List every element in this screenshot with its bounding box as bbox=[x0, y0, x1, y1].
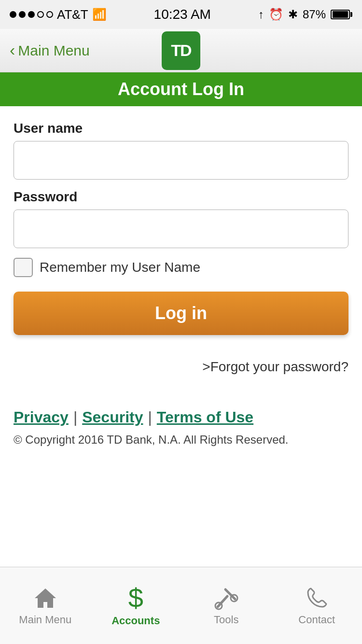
security-link[interactable]: Security bbox=[82, 408, 143, 426]
status-time: 10:23 AM bbox=[154, 7, 211, 22]
footer-links: Privacy | Security | Terms of Use © Copy… bbox=[0, 389, 362, 451]
password-input[interactable] bbox=[14, 210, 348, 248]
location-icon: ↑ bbox=[258, 8, 264, 21]
tab-main-menu-label: Main Menu bbox=[19, 614, 71, 626]
remember-checkbox[interactable] bbox=[14, 258, 33, 277]
terms-link[interactable]: Terms of Use bbox=[157, 408, 253, 426]
nav-bar: ‹ Main Menu TD bbox=[0, 29, 362, 72]
status-right: ↑ ⏰ ✱ 87% bbox=[258, 8, 352, 21]
login-form: User name Password Remember my User Name… bbox=[0, 106, 362, 345]
tools-icon bbox=[214, 586, 239, 611]
forgot-password-link[interactable]: >Forgot your password? bbox=[202, 359, 348, 374]
tab-accounts-label: Accounts bbox=[111, 615, 160, 627]
username-label: User name bbox=[14, 121, 348, 136]
dot-5 bbox=[46, 11, 53, 18]
header-banner: Account Log In bbox=[0, 72, 362, 106]
dot-2 bbox=[19, 11, 26, 18]
copyright-text: © Copyright 2016 TD Bank, N.A. All Right… bbox=[14, 433, 348, 447]
wifi-icon: 📶 bbox=[92, 8, 107, 21]
tab-tools-label: Tools bbox=[214, 614, 238, 626]
status-left: AT&T 📶 bbox=[10, 7, 107, 22]
signal-dots bbox=[10, 11, 53, 18]
login-button[interactable]: Log in bbox=[14, 292, 348, 335]
battery-percent: 87% bbox=[303, 8, 326, 21]
back-chevron-icon: ‹ bbox=[10, 41, 15, 59]
phone-icon bbox=[304, 586, 329, 611]
tab-tools[interactable]: Tools bbox=[181, 567, 272, 644]
td-logo: TD bbox=[162, 31, 200, 70]
status-bar: AT&T 📶 10:23 AM ↑ ⏰ ✱ 87% bbox=[0, 0, 362, 29]
back-label: Main Menu bbox=[18, 42, 89, 59]
alarm-icon: ⏰ bbox=[269, 8, 283, 21]
username-input[interactable] bbox=[14, 141, 348, 180]
dollar-icon: $ bbox=[128, 585, 143, 612]
separator-1: | bbox=[73, 408, 77, 426]
home-icon bbox=[33, 586, 58, 611]
dot-4 bbox=[37, 11, 44, 18]
dot-1 bbox=[10, 11, 16, 18]
remember-row: Remember my User Name bbox=[14, 258, 348, 277]
dot-3 bbox=[28, 11, 35, 18]
battery-icon bbox=[331, 10, 352, 19]
tab-bar: Main Menu $ Accounts Tools Contact bbox=[0, 567, 362, 644]
page-title: Account Log In bbox=[118, 79, 244, 99]
carrier-label: AT&T bbox=[57, 7, 88, 22]
privacy-link[interactable]: Privacy bbox=[14, 408, 69, 426]
bluetooth-icon: ✱ bbox=[288, 8, 298, 21]
tab-accounts[interactable]: $ Accounts bbox=[91, 567, 181, 644]
password-label: Password bbox=[14, 189, 348, 205]
forgot-password-row: >Forgot your password? bbox=[0, 345, 362, 389]
tab-contact[interactable]: Contact bbox=[272, 567, 362, 644]
footer-link-row: Privacy | Security | Terms of Use bbox=[14, 408, 348, 426]
svg-marker-0 bbox=[35, 588, 56, 608]
tab-main-menu[interactable]: Main Menu bbox=[0, 567, 91, 644]
separator-2: | bbox=[148, 408, 152, 426]
remember-label: Remember my User Name bbox=[40, 260, 200, 275]
back-button[interactable]: ‹ Main Menu bbox=[10, 42, 90, 59]
tab-contact-label: Contact bbox=[298, 614, 335, 626]
